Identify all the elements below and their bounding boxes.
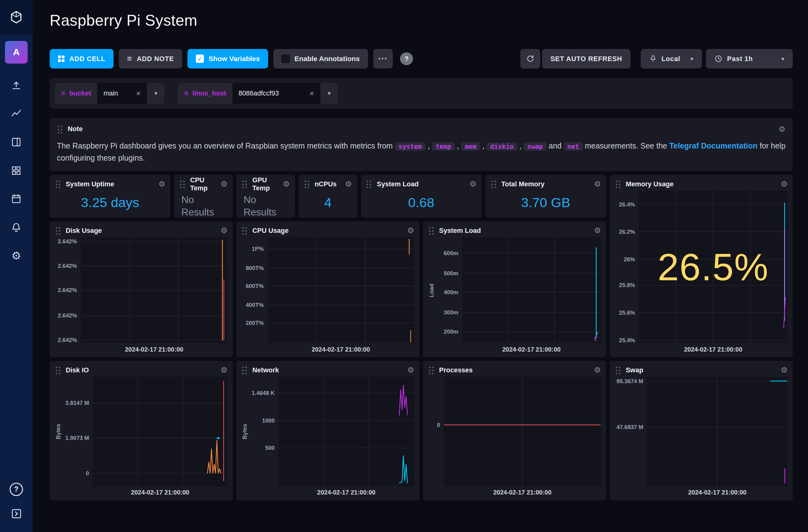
gear-icon[interactable]: ⚙ (781, 366, 788, 374)
drag-handle-icon[interactable] (55, 180, 61, 188)
drag-handle-icon[interactable] (615, 180, 621, 188)
add-cell-button[interactable]: ADD CELL (50, 49, 114, 69)
telegraf-doc-link[interactable]: Telegraf Documentation (669, 141, 757, 150)
help-icon[interactable]: ? (10, 483, 23, 496)
variable-value[interactable]: 8086adfccf93 × (233, 83, 320, 104)
drag-handle-icon[interactable] (57, 125, 63, 133)
cell-system-load-graph: System Load ⚙ Load 600m500m400m300m200m … (423, 221, 606, 357)
gear-icon[interactable]: ⚙ (594, 366, 601, 374)
menu-icon: ≡ (184, 89, 188, 98)
x-axis-label: 2024-02-17 21:00:00 (444, 487, 601, 497)
drag-handle-icon[interactable] (615, 366, 621, 374)
checkbox-checked-icon[interactable]: ✓ (196, 55, 204, 63)
drag-handle-icon[interactable] (428, 226, 435, 235)
dashboards-icon[interactable] (6, 160, 27, 181)
alerts-bell-icon[interactable] (6, 217, 27, 238)
gear-icon[interactable]: ⚙ (781, 180, 788, 188)
more-options-button[interactable]: ··· (373, 49, 393, 69)
set-auto-refresh-button[interactable]: SET AUTO REFRESH (542, 49, 630, 69)
y-tick-label: 2.642% (58, 263, 77, 269)
y-tick-label: 0 (86, 470, 89, 477)
drag-handle-icon[interactable] (241, 180, 247, 188)
influxdb-logo[interactable] (0, 0, 33, 34)
drag-handle-icon[interactable] (491, 180, 497, 188)
plot-area[interactable] (81, 237, 227, 343)
gear-icon[interactable]: ⚙ (283, 180, 290, 188)
gear-icon[interactable]: ⚙ (407, 227, 414, 234)
x-axis-label: 2024-02-17 21:00:00 (93, 487, 228, 497)
gear-icon[interactable]: ⚙ (778, 125, 785, 133)
close-icon[interactable]: × (309, 89, 314, 98)
page-title: Raspberry Pi System (50, 12, 793, 30)
chevron-down-icon[interactable]: ▾ (320, 83, 338, 104)
cell-title: Disk IO (66, 366, 89, 374)
expand-sidebar-icon[interactable] (6, 503, 27, 524)
y-tick-label: 95.3674 M (617, 378, 644, 385)
close-icon[interactable]: × (136, 89, 141, 98)
refresh-button[interactable] (520, 49, 540, 69)
tasks-icon[interactable] (6, 189, 27, 209)
show-variables-toggle[interactable]: ✓ Show Variables (187, 49, 268, 69)
variable-name-button[interactable]: ≡ bucket (55, 83, 97, 104)
help-badge[interactable]: ? (400, 52, 413, 65)
plot-area[interactable]: 26.5% (639, 191, 788, 343)
gear-icon[interactable]: ⚙ (594, 180, 601, 188)
cell-title: Total Memory (501, 180, 545, 188)
memory-usage-value: 26.5% (639, 191, 788, 343)
drag-handle-icon[interactable] (241, 226, 247, 235)
y-tick-label: 200T% (246, 320, 264, 326)
gear-icon[interactable]: ⚙ (594, 227, 601, 234)
gear-icon[interactable]: ⚙ (221, 227, 227, 234)
plot-area[interactable] (647, 377, 788, 487)
drag-handle-icon[interactable] (428, 366, 435, 374)
drag-handle-icon[interactable] (55, 366, 61, 374)
drag-handle-icon[interactable] (55, 226, 61, 235)
grid-icon (58, 56, 65, 62)
y-tick-label: 26.4% (619, 201, 635, 208)
y-tick-label: 500 (265, 444, 275, 451)
enable-annotations-toggle[interactable]: Enable Annotations (273, 49, 368, 69)
upload-icon[interactable] (6, 75, 27, 96)
cell-disk-io: Disk IO ⚙ Bytes 3.8147 M1.9073 M0 2024-0… (50, 361, 233, 500)
checkbox-unchecked-icon[interactable] (281, 55, 290, 63)
y-tick-label: 25.6% (619, 309, 635, 316)
gear-icon[interactable]: ⚙ (470, 180, 476, 188)
data-explorer-icon[interactable] (6, 103, 27, 124)
plot-area[interactable] (278, 377, 414, 487)
cell-title: Memory Usage (626, 180, 674, 188)
gear-icon[interactable]: ⚙ (221, 366, 227, 374)
variable-value[interactable]: main × (97, 83, 147, 104)
plot-area[interactable] (444, 377, 601, 487)
cell-title: Disk Usage (66, 227, 102, 235)
time-range-dropdown[interactable]: Past 1h ▾ (706, 49, 793, 69)
y-axis-ticks: 0 (428, 377, 444, 487)
plot-area[interactable] (462, 237, 601, 343)
timezone-dropdown[interactable]: Local ▾ (641, 49, 702, 69)
cell-cpu-usage: CPU Usage ⚙ 1P%800T%600T%400T%200T% 2024… (236, 221, 420, 357)
y-axis-label: Bytes (241, 424, 249, 439)
add-note-button[interactable]: ≡ ADD NOTE (119, 49, 182, 69)
sidebar-nav: ⚙ (6, 75, 27, 266)
gear-icon[interactable]: ⚙ (221, 180, 227, 188)
drag-handle-icon[interactable] (366, 180, 372, 188)
drag-handle-icon[interactable] (241, 366, 247, 374)
notebooks-icon[interactable] (6, 132, 27, 153)
variable-name-button[interactable]: ≡ linux_host (178, 83, 232, 104)
gear-icon[interactable]: ⚙ (158, 180, 165, 188)
plot-area[interactable] (93, 377, 228, 487)
drag-handle-icon[interactable] (304, 180, 310, 188)
plot-area[interactable] (268, 237, 414, 343)
chevron-down-icon[interactable]: ▾ (147, 83, 164, 104)
gear-icon[interactable]: ⚙ (407, 366, 414, 374)
y-tick-label: 500m (444, 270, 458, 277)
y-axis-ticks: 600m500m400m300m200m (436, 237, 462, 343)
no-results-text: No Results (179, 191, 228, 217)
y-tick-label: 0 (437, 422, 440, 429)
avatar[interactable]: A (5, 41, 27, 63)
stat-value: 3.25 days (55, 191, 165, 214)
settings-gear-icon[interactable]: ⚙ (6, 246, 27, 266)
drag-handle-icon[interactable] (179, 180, 186, 188)
y-tick-label: 25.4% (619, 337, 635, 344)
gear-icon[interactable]: ⚙ (345, 180, 352, 188)
y-axis-ticks: 2.642%2.642%2.642%2.642%2.642% (55, 237, 81, 343)
